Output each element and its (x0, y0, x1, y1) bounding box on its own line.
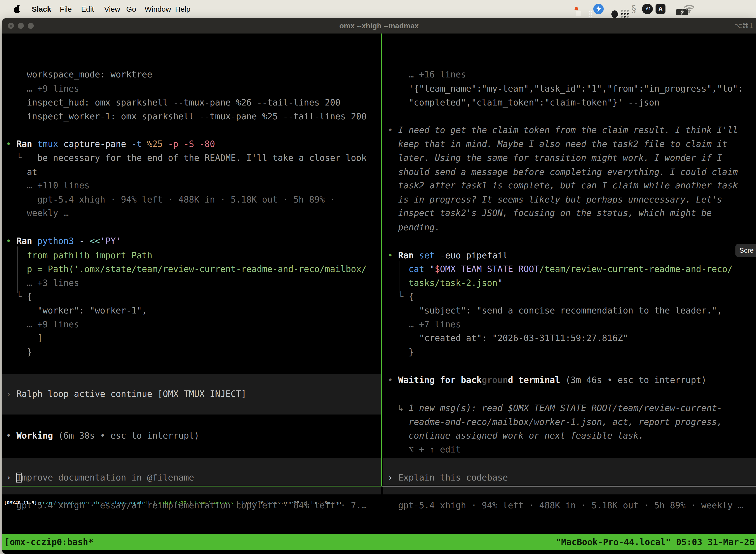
token: } (6, 347, 32, 357)
terminal-line: weekly … (6, 206, 69, 220)
terminal-line: tasks/task-2.json" (388, 276, 503, 290)
token: • (388, 125, 398, 135)
token: … +7 lines (388, 320, 461, 329)
token: should send a message before completing … (388, 167, 738, 177)
token: inspect task2's JSON, focusing on the st… (388, 208, 712, 218)
screen-tooltip: Scre (736, 244, 756, 257)
terminal-line: ] (6, 331, 43, 345)
token: (3m 46s • esc to interrupt) (565, 375, 706, 385)
apple-menu-icon[interactable] (14, 5, 20, 13)
terminal-line: should send a message before completing … (388, 165, 738, 179)
terminal-line: } (388, 345, 414, 359)
token: tmux (37, 139, 63, 149)
token: weekly … (6, 208, 69, 218)
terminal-line: "worker": "worker-1", (6, 303, 147, 318)
terminal-line: '{"team_name":"my-team","task_id":"1","f… (388, 82, 743, 96)
token: $ (435, 264, 440, 274)
token: is in progress? It seems likely but perh… (388, 195, 722, 205)
token: Ran (16, 139, 37, 149)
menu-help[interactable]: Help (175, 0, 190, 18)
token: gpt-5.4 xhigh · 94% left · 488K in · 5.1… (388, 500, 743, 510)
terminal-line: ⌥ + ↑ edit (388, 443, 461, 456)
badge-61-icon[interactable]: ..61 (642, 4, 653, 14)
terminal-line: … +9 lines (6, 318, 79, 331)
terminal-line: … +7 lines (388, 318, 461, 331)
window-shortcut-hint: ⌥⌘1 (734, 18, 753, 34)
token: '{"team_name":"my-team","task_id":"1","f… (388, 84, 743, 94)
token: { (27, 292, 32, 301)
token: • (6, 236, 16, 246)
pane-border-inactive (382, 486, 756, 487)
prompt-input[interactable]: › Explain this codebase (388, 470, 508, 485)
token: session:23m (272, 500, 302, 505)
menu-view[interactable]: View (104, 0, 120, 18)
token: | (186, 500, 194, 505)
tmux-host-clock: "MacBook-Pro-44.local" 05:03 31-Mar-26 (556, 534, 755, 550)
terminal-line: … +3 lines (6, 276, 79, 290)
token: … +9 lines (6, 84, 79, 94)
token: be necessary for the end of the README. … (37, 153, 367, 163)
prompt-input[interactable]: › Improve documentation in @filename (6, 470, 194, 485)
token: ↳ (388, 403, 408, 413)
token: keep that in mind. Maybe I also need the… (388, 139, 728, 149)
menu-file[interactable]: File (60, 0, 72, 18)
terminal-line: readme-and-reco/mailbox/worker-1.json, a… (388, 415, 722, 429)
menu-edit[interactable]: Edit (81, 0, 94, 18)
terminal-line: "completed","claim_token":"claim-token"}… (388, 96, 659, 109)
token: 1 new msg(s): read $OMX_TEAM_STATE_ROOT/… (408, 403, 722, 413)
pane-status-line: gpt-5.4 xhigh · 94% left · 488K in · 5.1… (388, 498, 743, 512)
terminal-line: └ { (388, 290, 414, 303)
token: └ (6, 292, 27, 301)
token: last:3m ago (311, 500, 341, 505)
token: cczip/essay/ai-reimplementation-copyleft (40, 500, 150, 505)
token: - (79, 236, 89, 246)
token: Explain this codebase (398, 473, 508, 483)
token: readme-and-reco/mailbox/worker-1.json, a… (388, 417, 722, 427)
wifi-icon[interactable] (684, 4, 695, 14)
token: › (6, 389, 16, 399)
token: turns:20 (242, 500, 264, 505)
terminal-line: gpt-5.4 xhigh · 94% left · 488K in · 5.1… (6, 192, 335, 207)
pane-border-active (2, 486, 381, 487)
token: inspect_hud: omx sparkshell --tmux-pane … (6, 98, 340, 107)
token: from pathlib import Path (6, 251, 152, 260)
token: OMX_TEAM_STATE_ROOT (440, 264, 539, 274)
window-titlebar: omx --xhigh --madmax ⌥⌘1 (2, 18, 756, 34)
token: Ran (16, 236, 37, 246)
menu-window[interactable]: Window (145, 0, 171, 18)
token: " (430, 264, 435, 274)
terminal-line: task2 after task1 is complete, but can I… (388, 178, 738, 192)
token: Ralph loop active continue [OMX_TMUX_INJ… (16, 389, 246, 399)
squiggle-icon[interactable]: § (631, 4, 636, 14)
pane-hud: … +16 lines '{"team_name":"my-team","tas… (383, 34, 756, 487)
a-key-icon[interactable]: A (655, 4, 666, 14)
token: [OMX#0.11.9] (4, 500, 40, 505)
token: I need to get the claim token from the c… (398, 125, 738, 135)
token: | (233, 500, 242, 505)
omx-status-line: [OMX#0.11.9] cczip/essay/ai-reimplementa… (4, 499, 341, 506)
token: • (388, 251, 398, 260)
token: at (6, 167, 37, 177)
token: python3 (37, 236, 79, 246)
app-menu-slack[interactable]: Slack (32, 0, 51, 18)
spark-bolt-icon[interactable] (593, 4, 604, 14)
menu-go[interactable]: Go (126, 0, 136, 18)
terminal-line: ↳ 1 new msg(s): read $OMX_TEAM_STATE_ROO… (388, 401, 722, 415)
token: └ (6, 153, 37, 163)
token: -p -S -80 (168, 139, 215, 149)
token: task2 after task1 is complete, but can I… (388, 180, 738, 190)
terminal-line: from pathlib import Path (6, 248, 152, 262)
token: %25 (147, 139, 168, 149)
token: d terminal (508, 375, 566, 385)
ralph-status-row: › Ralph loop active continue [OMX_TMUX_I… (6, 387, 246, 401)
token: ralph:1/10 (159, 500, 186, 505)
terminal-line: later. Using the same for transition mig… (388, 151, 722, 165)
token: } (388, 347, 414, 357)
terminal-line: inspect task2's JSON, focusing on the st… (388, 206, 712, 220)
token: … +9 lines (6, 320, 79, 329)
token: p = Path('.omx/state/team/review-current… (6, 264, 367, 274)
terminal-line: keep that in mind. Maybe I also need the… (388, 137, 728, 151)
terminal-line: • Ran tmux capture-pane -t %25 -p -S -80 (6, 137, 215, 151)
terminal-line: inspect_hud: omx sparkshell --tmux-pane … (6, 96, 340, 109)
terminal-line: continue assigned work or next feasible … (388, 429, 644, 443)
